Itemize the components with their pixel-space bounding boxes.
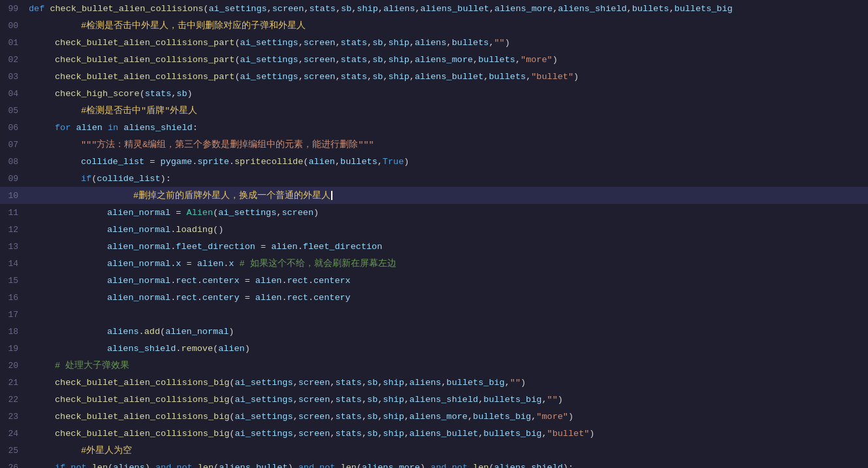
code-line-16: 16 alien_normal.rect.centery = alien.rec…	[0, 289, 868, 306]
code-line-11: 11 alien_normal = Alien(ai_settings,scre…	[0, 204, 868, 221]
code-line-19: 19 aliens_shield.remove(alien)	[0, 340, 868, 357]
code-line-24: 24 check_bullet_alien_collisions_big(ai_…	[0, 425, 868, 442]
code-line-99: 99 def check_bullet_alien_collisions(ai_…	[0, 0, 868, 17]
code-line-05: 05 #检测是否击中"盾牌"外星人	[0, 102, 868, 119]
code-line-07: 07 """方法：精灵&编组，第三个参数是删掉编组中的元素，能进行删除"""	[0, 136, 868, 153]
code-line-08: 08 collide_list = pygame.sprite.spriteco…	[0, 153, 868, 170]
code-line-04: 04 check_high_score(stats,sb)	[0, 85, 868, 102]
code-line-06: 06 for alien in aliens_shield:	[0, 119, 868, 136]
code-line-02: 02 check_bullet_alien_collisions_part(ai…	[0, 51, 868, 68]
code-line-10: 10 #删掉之前的盾牌外星人，换成一个普通的外星人	[0, 187, 868, 204]
code-line-18: 18 aliens.add(alien_normal)	[0, 323, 868, 340]
code-line-17: 17	[0, 306, 868, 323]
code-line-20: 20 # 处理大子弹效果	[0, 357, 868, 374]
code-editor[interactable]: 99 def check_bullet_alien_collisions(ai_…	[0, 0, 868, 468]
code-line-23: 23 check_bullet_alien_collisions_big(ai_…	[0, 408, 868, 425]
code-line-03: 03 check_bullet_alien_collisions_part(ai…	[0, 68, 868, 85]
code-line-26: 26 if not len(aliens) and not len(aliens…	[0, 459, 868, 468]
code-line-12: 12 alien_normal.loading()	[0, 221, 868, 238]
code-line-00: 00 #检测是否击中外星人，击中则删除对应的子弹和外星人	[0, 17, 868, 34]
code-line-21: 21 check_bullet_alien_collisions_big(ai_…	[0, 374, 868, 391]
code-line-13: 13 alien_normal.fleet_direction = alien.…	[0, 238, 868, 255]
code-line-22: 22 check_bullet_alien_collisions_big(ai_…	[0, 391, 868, 408]
code-line-09: 09 if(collide_list):	[0, 170, 868, 187]
code-line-25: 25 #外星人为空	[0, 442, 868, 459]
code-line-14: 14 alien_normal.x = alien.x # 如果这个不给，就会刷…	[0, 255, 868, 272]
code-line-01: 01 check_bullet_alien_collisions_part(ai…	[0, 34, 868, 51]
code-line-15: 15 alien_normal.rect.centerx = alien.rec…	[0, 272, 868, 289]
